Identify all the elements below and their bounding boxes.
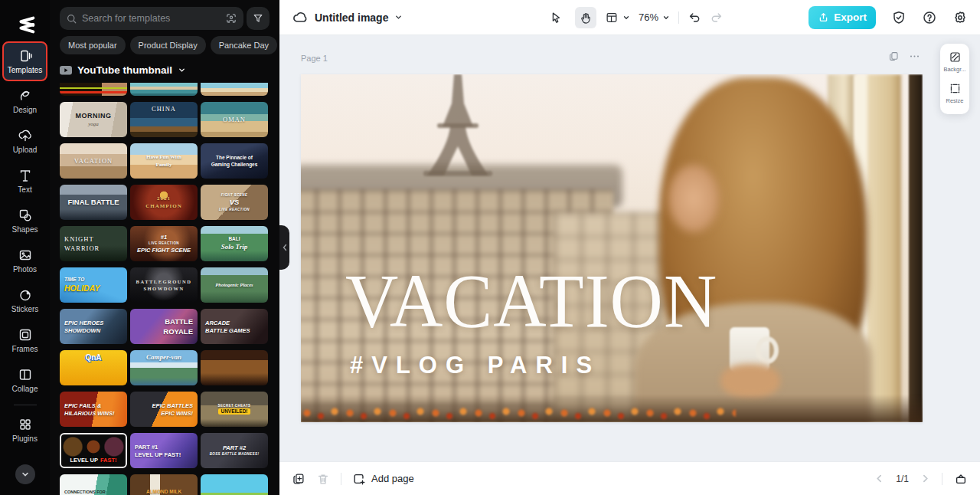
image-search-icon[interactable] xyxy=(225,12,237,25)
template-thumbnail[interactable] xyxy=(201,474,268,495)
sidebar-item-collage[interactable]: Collage xyxy=(2,360,47,400)
template-thumbnail-text: BALI xyxy=(228,236,240,242)
search-box[interactable] xyxy=(60,7,243,30)
chip-most-popular[interactable]: Most popular xyxy=(60,36,126,54)
template-thumbnail[interactable]: FINAL BATTLE xyxy=(60,185,127,220)
help-button[interactable] xyxy=(922,10,937,25)
template-thumbnail[interactable]: MORNINGyoga xyxy=(60,102,127,137)
template-thumbnail-text: EPIC HEROES xyxy=(64,320,103,326)
sidebar-item-text[interactable]: Text xyxy=(2,161,47,201)
design-canvas[interactable]: VACATION #VLOG PARIS xyxy=(301,74,923,422)
background-icon xyxy=(949,51,962,64)
template-thumbnail[interactable] xyxy=(201,83,268,96)
templates-panel: Most popular Product Display Pancake Day… xyxy=(50,0,279,495)
safety-shield-button[interactable] xyxy=(891,10,906,25)
design-icon xyxy=(18,88,33,103)
sidebar-item-upload[interactable]: Upload xyxy=(2,121,47,161)
template-thumbnail[interactable] xyxy=(130,83,198,96)
next-page-icon[interactable] xyxy=(920,474,930,484)
chevron-down-icon[interactable] xyxy=(394,13,403,21)
template-thumbnail[interactable]: QnA xyxy=(60,350,127,385)
sidebar-collapse-button[interactable] xyxy=(15,464,35,484)
sidebar-item-plugins[interactable]: Plugins xyxy=(2,410,47,450)
template-thumbnail-text: LEVEL UP xyxy=(70,457,98,464)
add-page-button[interactable]: Add page xyxy=(352,472,414,486)
more-options-icon[interactable] xyxy=(909,51,920,62)
export-button[interactable]: Export xyxy=(808,6,876,29)
template-thumbnail-text: Solo Trip xyxy=(221,243,247,251)
template-thumbnail[interactable]: Photogenic Places xyxy=(201,267,268,303)
settings-button[interactable] xyxy=(952,10,968,25)
template-thumbnail[interactable]: EPIC FAILS &HILARIOUS WINS! xyxy=(60,392,127,427)
background-tool[interactable]: Backgr... xyxy=(943,51,965,73)
canvas-headline-text[interactable]: VACATION xyxy=(345,257,717,345)
hand-tool-button[interactable] xyxy=(575,7,596,28)
document-title[interactable]: Untitled image xyxy=(315,11,388,24)
template-thumbnail-text: CHINA xyxy=(152,105,176,113)
template-thumbnail-text: Family xyxy=(156,162,172,168)
filter-button[interactable] xyxy=(247,7,270,30)
previous-page-icon[interactable] xyxy=(874,474,884,484)
filter-chips: Most popular Product Display Pancake Day xyxy=(60,36,277,54)
zoom-selector[interactable]: 76% xyxy=(639,11,670,23)
template-thumbnail[interactable] xyxy=(201,350,268,385)
shapes-icon xyxy=(18,208,33,223)
sidebar-item-templates[interactable]: Templates xyxy=(2,41,47,81)
add-page-icon xyxy=(352,472,366,486)
template-thumbnail[interactable]: PART #2BOSS BATTLE MADNESS! xyxy=(201,433,268,468)
template-thumbnail[interactable]: Camper-van xyxy=(130,350,198,385)
canvas-subhead-text[interactable]: #VLOG PARIS xyxy=(350,352,600,379)
search-input[interactable] xyxy=(82,13,220,24)
template-thumbnail[interactable]: BALISolo Trip xyxy=(201,226,268,261)
template-thumbnail[interactable]: SECRET CHEATSUNVEILED! xyxy=(201,392,268,427)
template-thumbnail[interactable]: #1LIVE REACTIONEPIC FIGHT SCENE xyxy=(130,226,198,261)
template-thumbnail[interactable]: PART #1LEVEL UP FAST! xyxy=(130,433,198,468)
delete-page-button[interactable] xyxy=(316,472,330,486)
template-thumbnail[interactable]: BATTLEROYALE xyxy=(130,309,198,344)
template-thumbnail[interactable]: Have Fun WithFamily xyxy=(130,143,198,179)
duplicate-page-button[interactable] xyxy=(292,472,305,486)
sidebar-item-shapes[interactable]: Shapes xyxy=(2,201,47,241)
panel-collapse-handle[interactable] xyxy=(279,225,289,270)
question-icon xyxy=(922,10,937,25)
sidebar-item-design[interactable]: Design xyxy=(2,81,47,121)
template-thumbnail[interactable]: LEVEL UPFAST! xyxy=(60,433,127,468)
select-tool-button[interactable] xyxy=(545,7,567,28)
chip-product-display[interactable]: Product Display xyxy=(130,36,206,54)
redo-button[interactable] xyxy=(710,11,724,25)
chevron-down-icon xyxy=(622,14,630,21)
template-thumbnail[interactable]: TIME TOHOLIDAY xyxy=(60,267,127,303)
template-thumbnail-text: LEVEL UP FAST! xyxy=(135,451,181,458)
template-thumbnail[interactable]: KNIGHTWARRIOR xyxy=(60,226,127,261)
sidebar-item-frames[interactable]: Frames xyxy=(2,320,47,360)
template-thumbnail[interactable] xyxy=(60,83,127,96)
section-header-youtube-thumbnail[interactable]: YouTube thumbnail xyxy=(60,64,186,76)
template-thumbnail[interactable]: FIGHT SCENEVSLIVE REACTION xyxy=(201,185,268,220)
template-thumbnail[interactable]: 2021CHAMPION xyxy=(130,185,198,220)
template-thumbnail-text: VACATION xyxy=(74,157,113,165)
chevron-down-icon xyxy=(178,66,186,74)
template-thumbnail-text: CHAMPION xyxy=(145,203,182,209)
present-icon[interactable] xyxy=(954,472,968,486)
template-thumbnail[interactable]: CONNECTIONS FOR xyxy=(60,474,127,495)
duplicate-page-icon[interactable] xyxy=(888,51,900,62)
template-thumbnail[interactable]: BATTLEGROUNDSHOWDOWN xyxy=(130,267,198,303)
template-thumbnail[interactable]: EPIC BATTLESEPIC WINS! xyxy=(130,392,198,427)
chip-pancake-day[interactable]: Pancake Day xyxy=(211,36,277,54)
template-thumbnail-text: FINAL BATTLE xyxy=(67,198,119,206)
template-thumbnail[interactable]: VACATION xyxy=(60,143,127,179)
template-thumbnail[interactable]: CHINA xyxy=(130,102,198,137)
template-thumbnail[interactable]: EPIC HEROESSHOWDOWN xyxy=(60,309,127,344)
template-thumbnail[interactable]: ARCADEBATTLE GAMES xyxy=(201,309,268,344)
resize-tool[interactable]: Resize xyxy=(946,82,964,104)
youtube-icon xyxy=(60,66,72,75)
template-thumbnail[interactable]: ALMOND MILK xyxy=(130,474,198,495)
eiffel-tower xyxy=(408,74,508,205)
sidebar-item-photos[interactable]: Photos xyxy=(2,241,47,280)
undo-button[interactable] xyxy=(688,11,701,25)
template-thumbnail-text: SHOWDOWN xyxy=(64,327,100,334)
template-thumbnail[interactable]: The Pinnacle ofGaming Challenges xyxy=(201,143,268,179)
sidebar-item-stickers[interactable]: Stickers xyxy=(2,280,47,320)
layout-selector[interactable] xyxy=(605,11,630,25)
template-thumbnail[interactable]: OMAN xyxy=(201,102,268,137)
